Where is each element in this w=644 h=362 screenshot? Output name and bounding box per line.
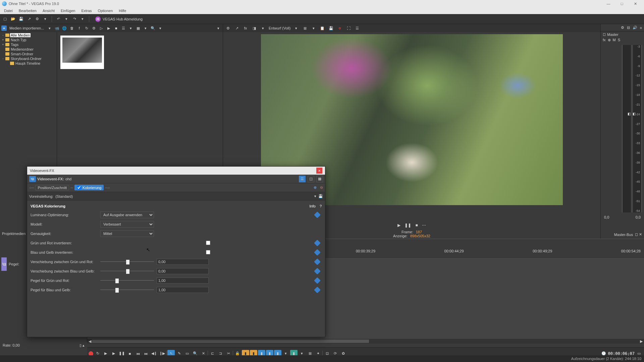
fullscreen-icon[interactable]: ⛶: [345, 25, 352, 31]
keyframe-icon[interactable]: [314, 287, 321, 293]
views-icon[interactable]: ☰: [120, 25, 126, 31]
fx-node-pancrop[interactable]: Position/Zuschnitt: [35, 185, 69, 190]
maximize-button[interactable]: □: [615, 2, 629, 6]
keyframe-icon[interactable]: [314, 258, 321, 265]
level-gr-slider[interactable]: [100, 278, 154, 283]
fx-node-colorize[interactable]: Kolorierung: [74, 185, 104, 190]
tree-media-folders[interactable]: Medienordner: [0, 47, 57, 52]
tree-main-timeline[interactable]: Haupt-Timeline: [0, 61, 57, 66]
menu-insert[interactable]: Einfügen: [58, 8, 78, 13]
save-icon[interactable]: 💾: [18, 16, 24, 22]
master-solo-button[interactable]: S: [618, 38, 620, 42]
undo-icon[interactable]: ↶: [55, 16, 61, 22]
level-gr-input[interactable]: [157, 278, 209, 284]
preset-drop-icon[interactable]: ▾: [314, 194, 316, 198]
keyframe-icon[interactable]: [314, 240, 321, 246]
refresh-icon[interactable]: ↻: [84, 25, 90, 31]
master-pan-button[interactable]: ⊕: [608, 38, 611, 42]
fx-remove-button[interactable]: ⊖: [320, 185, 323, 190]
fx-dialog-title-bar[interactable]: Videoevent-FX ✕: [27, 167, 325, 175]
project-media-tab[interactable]: Projektmedien: [2, 232, 25, 236]
play-media-icon[interactable]: ▷: [98, 25, 104, 31]
menu-help[interactable]: Hilfe: [116, 8, 129, 13]
hub-label[interactable]: VEGAS Hub Abmeldung: [103, 17, 143, 21]
info-link[interactable]: Info: [310, 204, 316, 208]
quality-label[interactable]: Entwurf (Voll): [269, 26, 290, 30]
stop-button[interactable]: ■: [415, 223, 418, 228]
master-fx-button[interactable]: fx: [603, 38, 606, 42]
redo-drop-icon[interactable]: ▾: [79, 16, 86, 22]
fx-view-list-button[interactable]: ☰: [299, 176, 306, 182]
keyframe-icon[interactable]: [314, 277, 321, 284]
fx-view-tree-button[interactable]: ▦: [316, 176, 323, 182]
import-label[interactable]: Medien importieren...: [8, 26, 45, 30]
new-icon[interactable]: ▢: [2, 16, 8, 22]
snapshot-icon[interactable]: 📋: [319, 25, 325, 31]
model-select[interactable]: Verbessert: [100, 221, 154, 228]
search-icon[interactable]: 🔍: [150, 25, 156, 31]
split-drop-icon[interactable]: ▾: [260, 25, 266, 31]
thumb-icon[interactable]: ▦: [135, 25, 141, 31]
keyframe-icon[interactable]: [314, 249, 321, 256]
master-bus-tab[interactable]: Master-Bus◻ ✕: [614, 232, 642, 237]
master-mute-button[interactable]: M: [613, 38, 616, 42]
mixer-gear-icon[interactable]: ⚙: [621, 25, 624, 30]
minimize-button[interactable]: —: [602, 2, 615, 6]
tree-smart-folders[interactable]: Smart-Ordner: [0, 52, 57, 56]
level-by-input[interactable]: [157, 287, 209, 293]
menu-file[interactable]: Datei: [1, 8, 15, 13]
views-drop-icon[interactable]: ▾: [128, 25, 134, 31]
menu-extras[interactable]: Extras: [78, 8, 94, 13]
output-fx-icon[interactable]: fx: [243, 25, 249, 31]
invert-by-checkbox[interactable]: [206, 250, 210, 254]
fx-close-button[interactable]: ✕: [316, 168, 322, 174]
get-media-icon[interactable]: 🌐: [61, 25, 67, 31]
level-by-slider[interactable]: [100, 288, 154, 292]
track-number-icon[interactable]: ¹⊟: [1, 257, 7, 271]
media-fx-icon[interactable]: f: [76, 25, 82, 31]
list-preview-icon[interactable]: ☰: [354, 25, 360, 31]
search-drop-icon[interactable]: ▾: [157, 25, 163, 31]
filter-drop-icon[interactable]: ▾: [215, 25, 221, 31]
more-button[interactable]: ⋯: [422, 223, 426, 228]
shift-gr-slider[interactable]: [100, 259, 154, 264]
remove-icon[interactable]: 🗑: [69, 25, 75, 31]
preset-save-icon[interactable]: 💾: [318, 194, 323, 198]
fx-enable-checkbox[interactable]: [77, 185, 81, 190]
mixer-nodes-icon[interactable]: ⊟: [627, 25, 630, 30]
preset-value[interactable]: (Standard): [55, 194, 312, 198]
save-snapshot-icon[interactable]: 💾: [328, 25, 334, 31]
import-add-icon[interactable]: +: [1, 25, 7, 31]
import-drop-icon[interactable]: ▾: [47, 25, 53, 31]
tree-storyboards[interactable]: -Storyboard-Ordner: [0, 56, 57, 61]
record-preview-icon[interactable]: ⭘: [337, 25, 343, 31]
accuracy-select[interactable]: Mittel: [100, 230, 154, 237]
luminance-select[interactable]: Auf Ausgabe anwenden: [100, 212, 154, 218]
open-icon[interactable]: 📂: [10, 16, 16, 22]
split-icon[interactable]: ◨: [251, 25, 257, 31]
mixer-vol-icon[interactable]: 🔊: [633, 25, 637, 30]
shift-by-slider[interactable]: [100, 269, 154, 274]
stop-media-icon[interactable]: ■: [113, 25, 119, 31]
menu-view[interactable]: Ansicht: [40, 8, 57, 13]
tree-tags[interactable]: +Tags: [0, 42, 57, 47]
close-button[interactable]: ✕: [629, 2, 642, 6]
render-icon[interactable]: ↗: [26, 16, 32, 22]
keyframe-icon[interactable]: [314, 212, 321, 218]
menu-edit[interactable]: Bearbeiten: [16, 8, 39, 13]
menu-options[interactable]: Optionen: [95, 8, 116, 13]
mixer-faders-icon[interactable]: ≡: [640, 26, 642, 30]
invert-gr-checkbox[interactable]: [206, 241, 210, 245]
shift-by-input[interactable]: [157, 268, 209, 274]
pause-button[interactable]: ❚❚: [405, 223, 411, 228]
media-props-icon[interactable]: ⚙: [91, 25, 97, 31]
help-link[interactable]: ?: [320, 204, 322, 208]
media-thumb[interactable]: [60, 36, 104, 69]
play-button[interactable]: ▶: [397, 223, 400, 228]
shift-gr-input[interactable]: [157, 259, 209, 265]
tree-by-type[interactable]: +Nach Typ: [0, 38, 57, 42]
fx-view-panel-button[interactable]: ◫: [308, 176, 314, 182]
redo-icon[interactable]: ↷: [71, 16, 77, 22]
fx-add-button[interactable]: ⊕: [314, 185, 317, 190]
overlay-drop-icon[interactable]: ▾: [311, 25, 317, 31]
